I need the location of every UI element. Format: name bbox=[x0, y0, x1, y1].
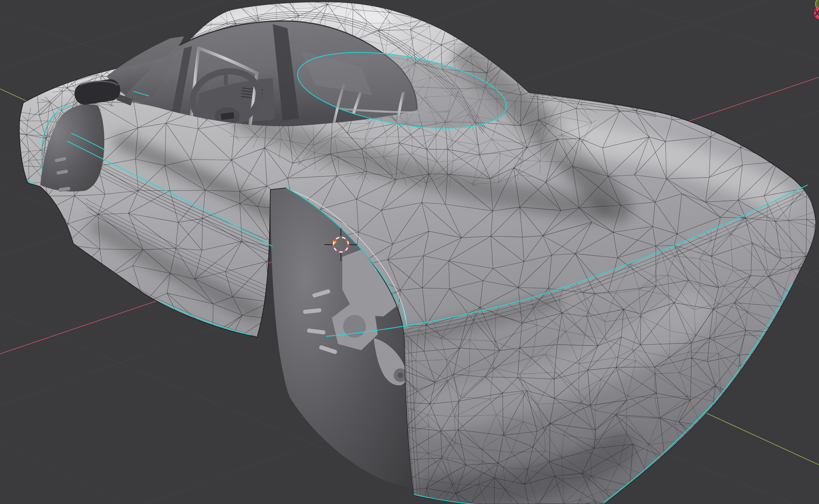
gizmo-x-label: X bbox=[814, 9, 819, 18]
ball-joint-core bbox=[398, 372, 403, 378]
blender-3d-viewport[interactable]: X bbox=[0, 0, 819, 504]
